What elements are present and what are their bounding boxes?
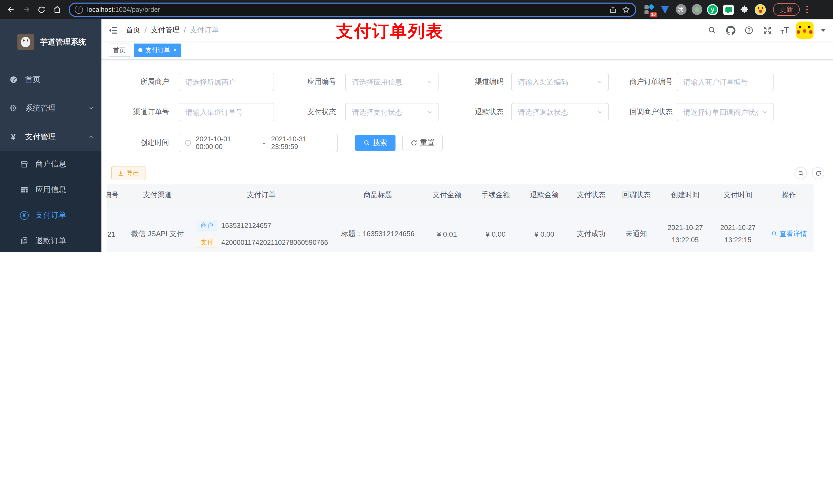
column-header: 支付时间: [712, 184, 764, 206]
refresh-button[interactable]: [812, 167, 824, 179]
pay-status-select[interactable]: [345, 103, 438, 121]
reset-button[interactable]: 重置: [402, 135, 443, 151]
url-text: localhost:1024/pay/order: [87, 6, 160, 13]
documents-icon: [20, 236, 29, 245]
column-header: 创建时间: [659, 184, 712, 206]
share-icon[interactable]: [609, 5, 617, 14]
sidebar-fold-icon[interactable]: [109, 26, 118, 34]
home-icon[interactable]: [50, 3, 64, 16]
column-header: 商品标题: [333, 184, 423, 206]
create-time-range-input[interactable]: 2021-10-01 00:00:00 - 2021-10-31 23:59:5…: [179, 134, 338, 152]
tags-view-bar: 首页 支付订单 ×: [101, 41, 833, 60]
close-icon[interactable]: ×: [173, 47, 177, 53]
tab-pay-order[interactable]: 支付订单 ×: [134, 44, 181, 57]
user-menu-caret-icon[interactable]: [821, 29, 826, 32]
sidebar-item-app-info[interactable]: 应用信息: [0, 177, 101, 202]
cell-create-time: 2021-10-2713:22:05: [659, 206, 712, 252]
table-header-row: 编号支付渠道支付订单商品标题支付金额手续金额退款金额支付状态回调状态创建时间支付…: [106, 184, 813, 206]
column-header: 支付金额: [423, 184, 471, 206]
gear-icon: ⚙: [9, 104, 18, 113]
extension-gem-icon[interactable]: [659, 4, 671, 15]
sidebar-item-label: 支付订单: [35, 210, 66, 220]
extension-y-icon[interactable]: y: [707, 4, 718, 15]
app-logo-block[interactable]: 芋道管理系统: [0, 19, 101, 65]
cell-notify: 未通知: [614, 206, 659, 252]
app-select[interactable]: [345, 73, 438, 91]
filter-row-2: 渠道订单号 支付状态 退款状态 回调商户状态: [101, 103, 833, 121]
reload-icon[interactable]: [35, 3, 48, 16]
extension-emoji-icon[interactable]: [755, 4, 766, 15]
sidebar-item-system[interactable]: ⚙ 系统管理: [0, 94, 101, 122]
merchant-select[interactable]: [179, 73, 274, 91]
column-header: 支付订单: [190, 184, 333, 206]
export-button[interactable]: 导出: [111, 166, 145, 180]
back-icon[interactable]: [4, 3, 18, 16]
fullscreen-icon[interactable]: [762, 25, 773, 36]
sidebar-item-refund-order[interactable]: 退款订单: [0, 228, 101, 252]
date-start: 2021-10-01 00:00:00: [196, 135, 257, 150]
table-toolbar: 导出: [101, 166, 833, 180]
refund-status-select[interactable]: [511, 103, 609, 121]
extension-grid-icon[interactable]: 10: [643, 4, 655, 15]
search-button[interactable]: 搜索: [355, 135, 396, 151]
cell-status: 支付成功: [569, 206, 614, 252]
clock-icon: [185, 139, 192, 146]
cell-pay-time: 2021-10-2713:22:15: [712, 206, 764, 252]
extension-record-icon[interactable]: [691, 4, 703, 15]
sidebar-item-merchant-info[interactable]: 商户信息: [0, 151, 101, 177]
sidebar-item-label: 首页: [25, 74, 41, 84]
font-size-icon[interactable]: TT: [781, 26, 789, 35]
filter-label: 创建时间: [101, 138, 169, 147]
top-navbar: 首页 / 支付管理 / 支付订单 支付订单列表: [101, 20, 833, 41]
filter-label: 渠道订单号: [101, 107, 169, 117]
orders-table: 编号支付渠道支付订单商品标题支付金额手续金额退款金额支付状态回调状态创建时间支付…: [106, 184, 813, 252]
github-icon[interactable]: [725, 25, 736, 36]
url-bar[interactable]: i localhost:1024/pay/order: [69, 2, 636, 17]
forward-icon[interactable]: [20, 3, 33, 16]
extension-command-icon[interactable]: ⌘: [675, 4, 687, 15]
yen-circle-icon: ¥: [20, 211, 29, 219]
extension-chat-icon[interactable]: [723, 4, 734, 15]
date-end: 2021-10-31 23:59:59: [271, 135, 332, 150]
chevron-down-icon: [427, 79, 433, 85]
chevron-down-icon: [427, 109, 433, 115]
breadcrumb-separator: /: [144, 26, 147, 35]
sidebar-submenu-pay: 商户信息 应用信息 ¥ 支付订单 退款订单: [0, 151, 101, 252]
filter-label: 渠道编码: [438, 77, 504, 87]
notify-status-select[interactable]: [677, 103, 774, 121]
channel-order-no-input[interactable]: [179, 103, 274, 121]
extensions-area: 10 ⌘ y: [643, 4, 766, 15]
merchant-order-no-input[interactable]: [677, 73, 774, 91]
browser-menu-icon[interactable]: [806, 6, 808, 13]
cell-id: 21: [106, 206, 125, 252]
cell-refund: ¥ 0.00: [520, 206, 569, 252]
browser-update-button[interactable]: 更新: [773, 3, 800, 16]
show-search-toggle-button[interactable]: [794, 167, 807, 179]
help-icon[interactable]: [744, 25, 755, 36]
cell-title: 标题：1635312124656: [333, 206, 423, 252]
app-logo: [18, 34, 34, 50]
table-row: 21微信 JSAPI 支付商户1635312124657支付4200001174…: [106, 206, 813, 252]
chevron-down-icon: [762, 109, 768, 115]
user-avatar[interactable]: [796, 22, 813, 39]
tab-home[interactable]: 首页: [109, 44, 130, 57]
cell-fee: ¥ 0.00: [471, 206, 520, 252]
screen: i localhost:1024/pay/order 10 ⌘ y: [0, 0, 833, 252]
yen-icon: ¥: [9, 133, 18, 141]
merchant-tag: 商户: [197, 220, 217, 231]
view-detail-link[interactable]: 查看详情: [771, 229, 807, 238]
breadcrumb-pay[interactable]: 支付管理: [151, 26, 180, 35]
date-separator: -: [263, 139, 265, 147]
search-icon[interactable]: [707, 25, 718, 36]
table-body: 21微信 JSAPI 支付商户1635312124657支付4200001174…: [106, 206, 813, 252]
sidebar-item-pay[interactable]: ¥ 支付管理: [0, 122, 101, 151]
site-info-icon[interactable]: i: [75, 5, 83, 14]
breadcrumb-home[interactable]: 首页: [126, 26, 140, 35]
sidebar-item-pay-order[interactable]: ¥ 支付订单: [0, 202, 101, 228]
filter-label: 应用编号: [274, 77, 336, 87]
sidebar-item-home[interactable]: 首页: [0, 65, 101, 94]
extension-puzzle-icon[interactable]: [739, 4, 750, 15]
channel-code-select[interactable]: [511, 73, 609, 91]
bookmark-star-icon[interactable]: [622, 5, 630, 14]
column-header: 手续金额: [471, 184, 520, 206]
